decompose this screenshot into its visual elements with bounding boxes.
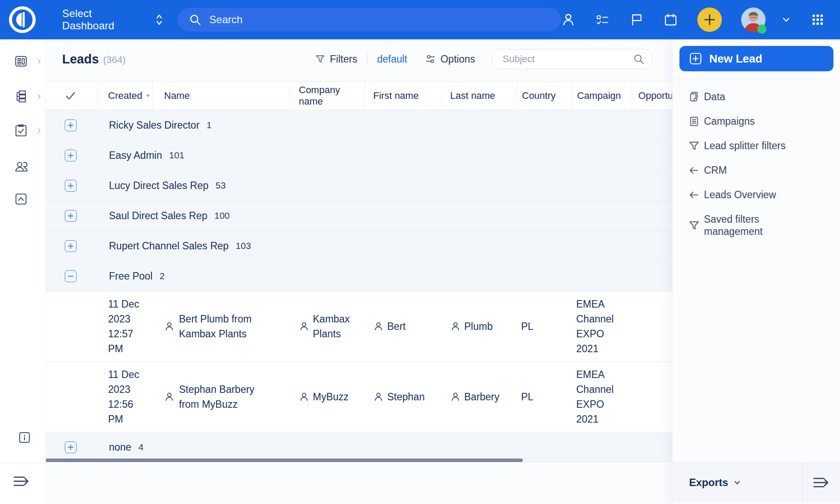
sidebar-item-info[interactable] [0, 428, 46, 447]
group-label: Lucy Direct Sales Rep [109, 180, 209, 192]
cell-name[interactable]: Stephan Barbery from MyBuzz [153, 362, 290, 432]
dashboard-selector-updown-icon[interactable] [155, 13, 163, 27]
cell-first-name[interactable]: Stephan [365, 362, 442, 432]
cell-last-name[interactable]: Plumb [442, 291, 518, 361]
column-label: Campaign [577, 90, 621, 102]
column-header-first-name[interactable]: First name [365, 82, 442, 110]
filters-button[interactable]: Filters [315, 53, 357, 65]
group-label: Saul Direct Sales Rep [109, 210, 207, 222]
panel-footer: Exports [672, 462, 840, 502]
group-label: Free Pool [109, 270, 153, 282]
group-row-rupert[interactable]: Rupert Channel Sales Rep 103 [46, 231, 672, 261]
boxed-plus-icon [689, 52, 702, 65]
new-lead-button[interactable]: New Lead [679, 46, 833, 71]
menu-item-leads-overview[interactable]: Leads Overview [672, 182, 840, 207]
sidebar-item-structure[interactable] [0, 87, 46, 106]
user-avatar[interactable] [741, 7, 766, 32]
menu-item-lead-splitter-filters[interactable]: Lead splitter filters [672, 133, 840, 158]
column-header-company[interactable]: Company name [290, 82, 365, 110]
group-row-ricky[interactable]: Ricky Sales Director 1 [46, 110, 672, 140]
subject-search-box[interactable] [492, 49, 653, 69]
group-row-easy-admin[interactable]: Easy Admin 101 [46, 140, 672, 171]
row-select-cell[interactable] [46, 291, 98, 361]
dashboard-icon [13, 53, 29, 69]
subject-input[interactable] [502, 53, 633, 65]
cell-company[interactable]: MyBuzz [290, 362, 365, 432]
expand-group-button[interactable] [65, 150, 77, 161]
cell-last-name[interactable]: Barbery [442, 362, 518, 432]
lead-row[interactable]: 11 Dec 2023 12:57 PM Bert Plumb from Kam… [46, 291, 672, 362]
expand-group-button[interactable] [65, 441, 77, 453]
expand-group-button[interactable] [65, 240, 77, 252]
menu-item-data[interactable]: Data [672, 84, 840, 109]
panel-menu: Data Campaigns Lead splitter filters CRM [672, 79, 840, 244]
group-row-saul[interactable]: Saul Direct Sales Rep 100 [46, 201, 672, 231]
dashboard-selector[interactable]: Select Dashboard [62, 7, 147, 32]
new-lead-label: New Lead [709, 52, 762, 66]
search-input[interactable] [208, 13, 550, 26]
global-search[interactable] [178, 8, 561, 32]
column-label: Company name [299, 84, 347, 107]
cell-name[interactable]: Bert Plumb from Kambax Plants [153, 291, 290, 361]
expand-group-button[interactable] [65, 119, 77, 131]
lead-row[interactable]: 11 Dec 2023 12:56 PM Stephan Barbery fro… [46, 362, 672, 432]
chevron-down-icon[interactable] [781, 15, 791, 24]
column-header-name[interactable]: Name [153, 82, 290, 110]
horizontal-scrollbar-thumb[interactable] [46, 458, 523, 462]
right-action-panel: New Lead Data Campaigns [672, 39, 840, 504]
options-button[interactable]: Options [425, 53, 475, 65]
collapse-panel-button[interactable] [802, 463, 840, 502]
column-label: Opportunity [638, 90, 672, 102]
group-label: Rupert Channel Sales Rep [109, 240, 229, 252]
column-header-opportunity[interactable]: Opportunity [632, 82, 672, 110]
expand-group-button[interactable] [65, 210, 77, 222]
column-header-created[interactable]: Created [98, 82, 153, 110]
goals-flag-icon[interactable] [629, 12, 644, 27]
apps-grid-icon[interactable] [810, 12, 825, 27]
group-row-lucy[interactable]: Lucy Direct Sales Rep 53 [46, 171, 672, 201]
cell-company[interactable]: Kambax Plants [290, 291, 365, 361]
tasks-checklist-icon[interactable] [595, 12, 610, 27]
column-header-last-name[interactable]: Last name [442, 82, 518, 110]
select-all-column-header[interactable] [46, 82, 98, 110]
filter-preset-link[interactable]: default [377, 53, 407, 65]
menu-item-saved-filters-management[interactable]: Saved filters management [672, 207, 840, 244]
menu-item-campaigns[interactable]: Campaigns [672, 109, 840, 133]
row-select-cell[interactable] [46, 362, 98, 432]
hierarchy-tree-icon [13, 88, 29, 104]
cell-created: 11 Dec 2023 12:57 PM [98, 291, 153, 361]
group-row-none[interactable]: none 4 [46, 432, 672, 462]
plus-icon [68, 444, 74, 450]
person-icon [299, 392, 309, 402]
quick-add-button[interactable] [697, 7, 722, 32]
contacts-icon[interactable] [561, 12, 576, 27]
info-icon [18, 430, 32, 444]
subject-search-icon[interactable] [633, 53, 644, 65]
sidebar-item-tasks[interactable] [0, 121, 46, 140]
exports-label: Exports [689, 476, 728, 489]
group-row-free-pool[interactable]: Free Pool 2 [46, 261, 672, 291]
collapse-group-button[interactable] [65, 270, 77, 282]
cell-first-name[interactable]: Bert [365, 291, 442, 361]
data-pages-icon [688, 91, 700, 103]
menu-item-label: Lead splitter filters [704, 140, 786, 152]
leads-table: Created Name Company name First name Las… [46, 81, 672, 462]
person-icon [373, 321, 384, 332]
chevron-right-icon [36, 58, 42, 65]
calendar-icon[interactable] [663, 12, 678, 27]
sidebar-expand-button[interactable] [0, 472, 46, 491]
toolbar-controls: Filters default Options [315, 49, 653, 69]
exports-button[interactable]: Exports [672, 463, 802, 502]
menu-item-crm[interactable]: CRM [672, 158, 840, 182]
cell-campaign: EMEA Channel EXPO 2021 [573, 362, 632, 432]
column-header-country[interactable]: Country [518, 82, 573, 110]
chevron-down-icon [733, 479, 741, 486]
box-chevron-up-icon [13, 191, 29, 207]
sidebar-item-dashboards[interactable] [0, 52, 46, 71]
column-header-campaign[interactable]: Campaign [573, 82, 632, 110]
sidebar-item-customers[interactable] [0, 158, 46, 177]
sidebar-item-reports[interactable] [0, 189, 46, 209]
expand-sidebar-icon [13, 475, 31, 488]
app-logo-icon[interactable] [9, 6, 36, 33]
expand-group-button[interactable] [65, 180, 77, 192]
